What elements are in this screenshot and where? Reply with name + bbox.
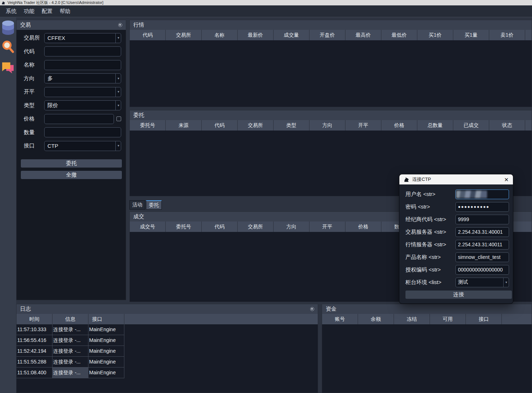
offset-value[interactable] xyxy=(44,87,121,97)
column-header[interactable]: 代码 xyxy=(202,221,238,232)
column-header[interactable]: 最低价 xyxy=(381,30,417,40)
chevron-down-icon[interactable]: ▼ xyxy=(115,73,121,83)
direction-select[interactable]: ▼ xyxy=(44,73,121,83)
column-header[interactable]: 可用 xyxy=(430,314,466,324)
log-time[interactable]: 11:57:10.333 xyxy=(17,324,52,335)
column-header[interactable]: 价格 xyxy=(345,221,381,232)
column-header[interactable]: 来源 xyxy=(166,120,202,131)
dialog-titlebar[interactable]: 连接CTP ✕ xyxy=(399,174,513,184)
column-header[interactable]: 冻结 xyxy=(394,314,430,324)
trade-server-input[interactable] xyxy=(455,227,509,237)
column-header[interactable]: 价格 xyxy=(381,120,417,131)
chevron-down-icon[interactable]: ▼ xyxy=(503,278,509,287)
column-header[interactable]: 最新价 xyxy=(238,30,274,40)
column-header[interactable]: 状态 xyxy=(489,120,525,131)
column-header[interactable]: 接口 xyxy=(466,314,502,324)
column-header[interactable]: 名称 xyxy=(202,30,238,40)
order-type-value[interactable] xyxy=(44,100,121,110)
column-header[interactable]: 委托号 xyxy=(166,221,202,232)
chevron-down-icon[interactable]: ▼ xyxy=(115,141,121,151)
column-header[interactable]: 交易所 xyxy=(166,30,202,40)
column-header[interactable]: 开平 xyxy=(309,221,345,232)
log-time[interactable]: 11:51:55.288 xyxy=(17,357,52,367)
menu-system[interactable]: 系统 xyxy=(2,6,20,16)
column-header[interactable]: 账号 xyxy=(322,314,358,324)
gateway-select[interactable]: ▼ xyxy=(44,141,121,151)
auth-code-input[interactable] xyxy=(455,265,509,275)
connect-button[interactable]: 连接 xyxy=(405,291,512,299)
column-header[interactable]: 方向 xyxy=(309,120,345,131)
column-header[interactable]: 开平 xyxy=(345,120,381,131)
menu-config[interactable]: 配置 xyxy=(38,6,56,16)
column-header[interactable]: 最高价 xyxy=(345,30,381,40)
database-icon[interactable] xyxy=(1,20,15,37)
column-header[interactable]: 卖1价 xyxy=(489,30,525,40)
direction-value[interactable] xyxy=(44,73,121,83)
log-message[interactable]: 连接登录 -... xyxy=(52,324,88,335)
log-message[interactable]: 连接登录 -... xyxy=(52,335,88,346)
log-row[interactable]: 11:52:42.194 连接登录 -... MainEngine xyxy=(17,346,318,357)
log-row[interactable]: 11:51:08.400 连接登录 -... MainEngine xyxy=(17,367,318,378)
search-icon[interactable] xyxy=(1,40,15,56)
chevron-down-icon[interactable]: ▼ xyxy=(115,87,121,97)
column-header[interactable]: 开盘价 xyxy=(309,30,345,40)
column-header[interactable]: 方向 xyxy=(274,221,309,232)
column-header[interactable]: 买1价 xyxy=(417,30,453,40)
market-server-input[interactable] xyxy=(455,240,509,250)
log-gateway[interactable]: MainEngine xyxy=(88,346,124,357)
column-header[interactable]: 类型 xyxy=(274,120,309,131)
symbol-input[interactable] xyxy=(44,46,121,56)
column-header[interactable]: 接口 xyxy=(88,314,124,324)
log-gateway[interactable]: MainEngine xyxy=(88,367,124,378)
tab-all-orders[interactable]: 委托 xyxy=(146,200,162,210)
environment-select[interactable]: ▼ xyxy=(455,278,509,287)
chevron-down-icon[interactable]: ▼ xyxy=(115,100,121,110)
offset-select[interactable]: ▼ xyxy=(44,87,121,97)
menu-help[interactable]: 帮助 xyxy=(56,6,74,16)
password-input[interactable]: ●●●●●●●●●● xyxy=(455,202,509,212)
order-type-select[interactable]: ▼ xyxy=(44,100,121,110)
log-row[interactable]: 11:56:55.416 连接登录 -... MainEngine xyxy=(17,335,318,346)
column-header[interactable]: 时间 xyxy=(17,314,52,324)
volume-input[interactable] xyxy=(44,127,121,137)
column-header[interactable]: 已成交 xyxy=(453,120,489,131)
column-header[interactable]: 成交号 xyxy=(130,221,166,232)
price-input[interactable] xyxy=(44,114,114,124)
environment-value[interactable] xyxy=(455,278,509,287)
column-header[interactable]: 买1量 xyxy=(453,30,489,40)
log-time[interactable]: 11:51:08.400 xyxy=(17,367,52,378)
broker-id-input[interactable] xyxy=(455,215,509,224)
log-gateway[interactable]: MainEngine xyxy=(88,357,124,367)
chat-icon[interactable] xyxy=(1,61,15,76)
column-header[interactable]: 代码 xyxy=(130,30,166,40)
log-message[interactable]: 连接登录 -... xyxy=(52,346,88,357)
log-message-selected[interactable]: 连接登录 -... xyxy=(52,367,88,378)
column-header[interactable]: 余额 xyxy=(358,314,394,324)
cancel-all-button[interactable]: 全撤 xyxy=(21,171,122,179)
log-time[interactable]: 11:56:55.416 xyxy=(17,335,52,346)
log-row[interactable]: 11:57:10.333 连接登录 -... MainEngine xyxy=(17,324,318,335)
price-checkbox[interactable] xyxy=(116,116,121,121)
market-table-body[interactable] xyxy=(129,40,532,107)
undock-icon[interactable] xyxy=(310,307,314,311)
undock-icon[interactable] xyxy=(118,23,122,27)
send-order-button[interactable]: 委托 xyxy=(21,159,122,168)
column-header[interactable]: 信息 xyxy=(52,314,88,324)
exchange-value[interactable] xyxy=(44,33,121,43)
tab-active-orders[interactable]: 活动 xyxy=(129,200,145,210)
log-gateway[interactable]: MainEngine xyxy=(88,335,124,346)
close-icon[interactable]: ✕ xyxy=(504,177,509,182)
product-name-input[interactable] xyxy=(455,252,509,262)
menu-function[interactable]: 功能 xyxy=(20,6,38,16)
exchange-select[interactable]: ▼ xyxy=(44,33,121,43)
log-gateway[interactable]: MainEngine xyxy=(88,324,124,335)
column-header[interactable]: 委托号 xyxy=(130,120,166,131)
gateway-value[interactable] xyxy=(44,141,121,151)
column-header[interactable]: 代码 xyxy=(202,120,238,131)
log-time[interactable]: 11:52:42.194 xyxy=(17,346,52,357)
column-header[interactable]: 交易所 xyxy=(238,221,274,232)
funds-table-body[interactable] xyxy=(322,324,532,393)
log-message[interactable]: 连接登录 -... xyxy=(52,357,88,367)
column-header[interactable]: 总数量 xyxy=(417,120,453,131)
column-header[interactable]: 交易所 xyxy=(238,120,274,131)
